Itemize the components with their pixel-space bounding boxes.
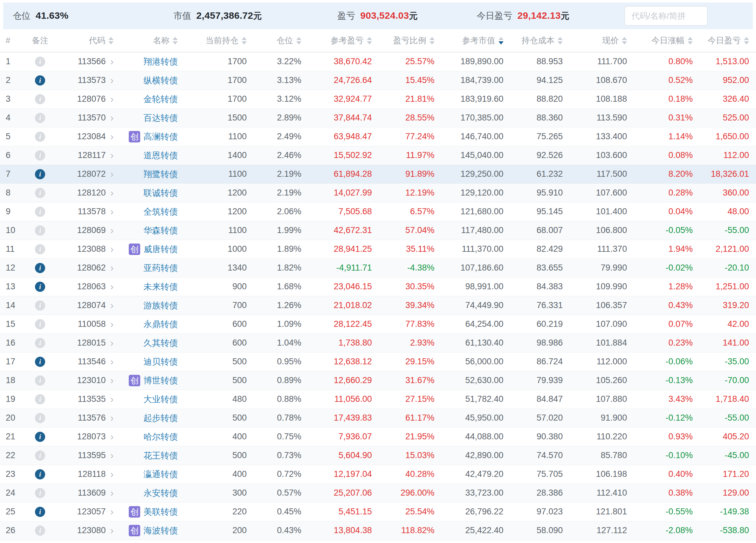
chevron-right-icon[interactable]: › bbox=[110, 506, 114, 517]
column-header-profit[interactable]: 参考盈亏 bbox=[302, 29, 372, 52]
chevron-right-icon[interactable]: › bbox=[110, 375, 114, 386]
table-row[interactable]: 6i128117›道恩转债14002.46%15,502.9211.97%145… bbox=[0, 146, 756, 165]
bond-code[interactable]: 128120 bbox=[77, 188, 106, 197]
bond-name-link[interactable]: 联诚转债 bbox=[143, 188, 178, 198]
note-info-icon-active[interactable]: i bbox=[35, 282, 45, 292]
bond-code[interactable]: 123057 bbox=[77, 507, 106, 516]
bond-name-link[interactable]: 瀛通转债 bbox=[143, 470, 178, 479]
bond-name-link[interactable]: 威唐转债 bbox=[143, 244, 178, 254]
bond-code[interactable]: 123088 bbox=[77, 244, 106, 254]
chevron-right-icon[interactable]: › bbox=[110, 468, 114, 480]
chevron-right-icon[interactable]: › bbox=[110, 149, 114, 161]
bond-name-link[interactable]: 华森转债 bbox=[143, 226, 178, 235]
chevron-right-icon[interactable]: › bbox=[110, 243, 114, 255]
note-info-icon[interactable]: i bbox=[35, 375, 45, 386]
note-info-icon[interactable]: i bbox=[35, 338, 45, 348]
bond-name-link[interactable]: 永安转债 bbox=[143, 488, 178, 498]
bond-code[interactable]: 123080 bbox=[77, 526, 106, 535]
table-row[interactable]: 13i128063›未来转债9001.68%23,046.1530.35%98,… bbox=[0, 277, 756, 296]
column-header-name[interactable]: 名称 bbox=[114, 29, 178, 52]
sort-icon[interactable] bbox=[498, 37, 504, 45]
chevron-right-icon[interactable]: › bbox=[110, 450, 114, 461]
note-info-icon-active[interactable]: i bbox=[35, 357, 45, 367]
chevron-right-icon[interactable]: › bbox=[110, 525, 114, 536]
bond-code[interactable]: 113566 bbox=[78, 57, 106, 66]
note-info-icon-active[interactable]: i bbox=[35, 263, 45, 273]
table-row[interactable]: 12i128062›亚药转债13401.82%-4,911.71-4.38%10… bbox=[0, 258, 756, 277]
sort-icon[interactable] bbox=[744, 37, 749, 45]
table-row[interactable]: 24i113609›永安转债3000.57%25,207.06296.00%33… bbox=[0, 484, 756, 502]
bond-code[interactable]: 123010 bbox=[77, 375, 106, 385]
note-info-icon[interactable]: i bbox=[35, 57, 45, 67]
sort-icon[interactable] bbox=[430, 37, 435, 45]
note-info-icon-active[interactable]: i bbox=[35, 432, 45, 442]
bond-code[interactable]: 128063 bbox=[77, 282, 106, 291]
bond-name-link[interactable]: 亚药转债 bbox=[143, 263, 178, 273]
bond-code[interactable]: 128015 bbox=[77, 338, 106, 347]
sort-icon[interactable] bbox=[242, 37, 247, 45]
chevron-right-icon[interactable]: › bbox=[110, 431, 114, 442]
note-info-icon-active[interactable]: i bbox=[35, 75, 45, 86]
table-row[interactable]: 14i128074›游族转债7001.26%21,018.0239.34%74,… bbox=[0, 296, 756, 315]
bond-code[interactable]: 113576 bbox=[78, 413, 106, 423]
sort-icon[interactable] bbox=[108, 37, 113, 45]
bond-code[interactable]: 128076 bbox=[77, 94, 106, 104]
column-header-qty[interactable]: 当前持仓 bbox=[178, 29, 247, 52]
note-info-icon-active[interactable]: i bbox=[35, 507, 45, 517]
chevron-right-icon[interactable]: › bbox=[110, 131, 114, 142]
table-row[interactable]: 26i123080›创海波转债2000.43%13,804.38118.82%2… bbox=[0, 521, 756, 540]
bond-name-link[interactable]: 高澜转债 bbox=[143, 132, 178, 141]
note-info-icon[interactable]: i bbox=[35, 94, 45, 104]
bond-name-link[interactable]: 大业转债 bbox=[143, 395, 178, 404]
table-row[interactable]: 2i113573›纵横转债17003.13%24,726.6415.45%184… bbox=[0, 71, 756, 90]
note-info-icon[interactable]: i bbox=[35, 319, 45, 329]
note-info-icon[interactable]: i bbox=[35, 225, 45, 236]
chevron-right-icon[interactable]: › bbox=[110, 112, 114, 123]
bond-name-link[interactable]: 海波转债 bbox=[143, 526, 178, 535]
bond-name-link[interactable]: 全筑转债 bbox=[143, 207, 178, 217]
chevron-right-icon[interactable]: › bbox=[110, 318, 114, 330]
chevron-right-icon[interactable]: › bbox=[110, 93, 114, 105]
table-row[interactable]: 23i128118›瀛通转债4000.72%12,197.0440.28%42,… bbox=[0, 465, 756, 484]
chevron-right-icon[interactable]: › bbox=[110, 337, 114, 348]
note-info-icon[interactable]: i bbox=[35, 132, 45, 142]
note-info-icon[interactable]: i bbox=[35, 300, 45, 311]
table-row[interactable]: 3i128076›金轮转债17003.12%32,924.7721.81%183… bbox=[0, 90, 756, 108]
bond-code[interactable]: 113573 bbox=[78, 75, 106, 85]
sort-icon[interactable] bbox=[367, 37, 372, 45]
table-row[interactable]: 8i128120›联诚转债12002.19%14,027.9912.19%129… bbox=[0, 183, 756, 202]
column-header-cost[interactable]: 持仓成本 bbox=[504, 29, 563, 52]
note-info-icon[interactable]: i bbox=[35, 394, 45, 404]
chevron-right-icon[interactable]: › bbox=[110, 262, 114, 273]
bond-code[interactable]: 128072 bbox=[77, 169, 106, 179]
table-row[interactable]: 20i113576›起步转债5000.78%17,439.8361.17%45,… bbox=[0, 409, 756, 427]
note-info-icon[interactable]: i bbox=[35, 450, 45, 461]
column-header-today_profit[interactable]: 今日盈亏 bbox=[693, 29, 756, 52]
sort-icon[interactable] bbox=[173, 37, 178, 45]
sort-icon[interactable] bbox=[622, 37, 627, 45]
note-info-icon[interactable]: i bbox=[35, 526, 45, 536]
bond-name-link[interactable]: 百达转债 bbox=[143, 113, 178, 123]
chevron-right-icon[interactable]: › bbox=[110, 224, 114, 236]
table-row[interactable]: 22i113595›花王转债5000.73%5,604.9015.03%42,8… bbox=[0, 446, 756, 465]
bond-code[interactable]: 113609 bbox=[78, 488, 106, 498]
bond-name-link[interactable]: 久其转债 bbox=[143, 338, 178, 348]
column-header-today_pct[interactable]: 今日涨幅 bbox=[627, 29, 693, 52]
bond-code[interactable]: 128073 bbox=[77, 432, 106, 441]
column-header-code[interactable]: 代码 bbox=[58, 29, 114, 52]
bond-name-link[interactable]: 未来转债 bbox=[143, 282, 178, 292]
table-row[interactable]: 18i123010›创博世转债5000.89%12,660.2931.67%52… bbox=[0, 371, 756, 390]
table-row[interactable]: 7i128072›翔鹭转债11002.19%61,894.2891.89%129… bbox=[0, 165, 756, 183]
chevron-right-icon[interactable]: › bbox=[110, 206, 114, 217]
bond-name-link[interactable]: 起步转债 bbox=[143, 413, 178, 423]
chevron-right-icon[interactable]: › bbox=[110, 56, 114, 67]
bond-code[interactable]: 110058 bbox=[78, 319, 106, 329]
bond-code[interactable]: 128118 bbox=[78, 469, 106, 479]
table-row[interactable]: 25i123057›创美联转债2200.45%5,451.1525.54%26,… bbox=[0, 502, 756, 521]
bond-name-link[interactable]: 美联转债 bbox=[143, 507, 178, 517]
table-row[interactable]: 16i128015›久其转债6001.04%1,738.802.93%61,13… bbox=[0, 333, 756, 352]
note-info-icon-active[interactable]: i bbox=[35, 169, 45, 179]
bond-code[interactable]: 113578 bbox=[78, 207, 106, 216]
column-header-position[interactable]: 仓位 bbox=[247, 29, 302, 52]
search-input[interactable] bbox=[624, 6, 708, 26]
